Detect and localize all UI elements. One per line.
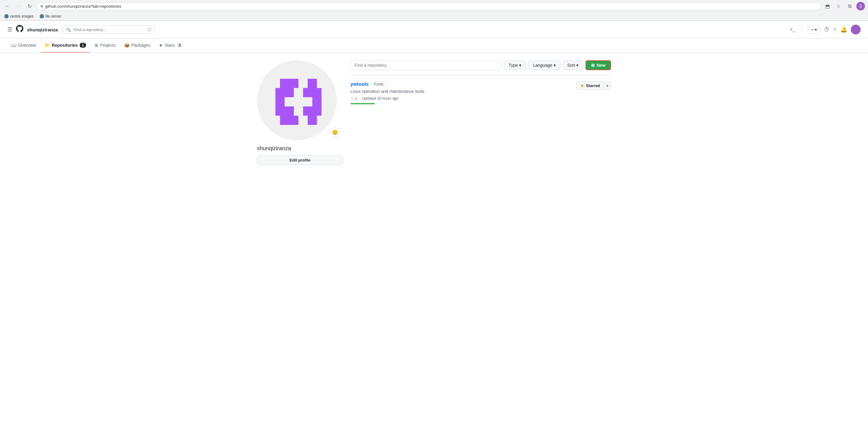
timer-button[interactable]: ⏱	[824, 26, 830, 33]
tab-stars-label: Stars	[165, 43, 175, 48]
star-count: 1	[355, 96, 357, 101]
find-repo-input[interactable]	[350, 60, 502, 70]
bookmark-fileserver-label: file server	[45, 14, 61, 19]
tab-packages[interactable]: 📦 Packages	[121, 38, 154, 53]
edit-profile-button[interactable]: Edit profile	[257, 155, 343, 165]
address-bar[interactable]: ⊕ github.com/shunqiziranza?tab=repositor…	[36, 2, 821, 10]
add-chevron: ▾	[815, 27, 817, 32]
svg-rect-1	[289, 79, 299, 88]
browser-right-icons: ⬒ ☆ ⧉ S	[823, 2, 865, 10]
bookmark-centos-label: centos images	[10, 14, 33, 19]
svg-rect-11	[294, 97, 303, 107]
svg-rect-9	[275, 97, 285, 107]
repo-content: Type ▾ Language ▾ Sort ▾ ⊞ New yw	[350, 60, 611, 165]
starred-caret-button[interactable]: ▾	[604, 82, 611, 90]
language-bar	[350, 103, 375, 104]
bookmark-centos-favicon: 🌐	[4, 14, 9, 19]
sort-filter-button[interactable]: Sort ▾	[563, 61, 583, 70]
repo-visibility-badge: Public	[371, 82, 387, 87]
svg-rect-17	[303, 107, 312, 116]
svg-rect-8	[312, 88, 321, 97]
header-left: ☰ shunqiziranza	[7, 25, 58, 34]
fork-button[interactable]: ⑂	[833, 26, 837, 33]
search-icon: 🔍	[66, 27, 71, 32]
avatar-pixel-art	[263, 66, 331, 134]
svg-rect-15	[285, 107, 294, 116]
svg-rect-4	[275, 88, 285, 97]
projects-icon: ⊞	[95, 43, 98, 48]
repo-item: ywtools Public Linux operation and maint…	[350, 75, 611, 110]
bookmarks-bar: 🌐 centos images 🌐 file server	[0, 12, 868, 21]
new-repo-button[interactable]: ⊞ New	[586, 60, 611, 70]
tab-overview[interactable]: 📖 Overview	[7, 38, 40, 53]
header-right: >_ + ▾ ⏱ ⑂ 🔔	[789, 25, 861, 34]
sort-chevron: ▾	[576, 63, 579, 68]
repo-meta: ☆ 1 Updated 16 hours ago	[350, 96, 576, 101]
repos-badge: 1	[80, 43, 86, 48]
github-logo[interactable]	[16, 25, 23, 34]
user-avatar-header[interactable]	[851, 25, 861, 34]
emoji-picker-button[interactable]: 🙂	[330, 127, 340, 137]
cast-button[interactable]: ⬒	[823, 2, 832, 10]
search-bar[interactable]: 🔍 /	[63, 25, 155, 34]
type-chevron: ▾	[519, 63, 521, 68]
tab-stars[interactable]: ★ Stars 2	[155, 38, 187, 53]
repo-item-left: ywtools Public Linux operation and maint…	[350, 82, 576, 104]
star-icon: ☆	[350, 96, 354, 101]
type-filter-button[interactable]: Type ▾	[504, 61, 526, 70]
main-content: 🙂 shunqiziranza Edit profile Type ▾ Lang…	[250, 53, 618, 172]
hamburger-button[interactable]: ☰	[7, 26, 12, 33]
svg-rect-0	[280, 79, 289, 88]
tab-repositories-label: Repositories	[52, 43, 78, 48]
add-menu-button[interactable]: + ▾	[808, 26, 820, 34]
svg-rect-2	[299, 79, 308, 88]
sort-label: Sort	[567, 63, 576, 68]
language-filter-button[interactable]: Language ▾	[528, 61, 560, 70]
profile-name: shunqiziranza	[257, 145, 343, 152]
lock-icon: ⊕	[40, 4, 43, 8]
reload-button[interactable]: ↻	[25, 2, 34, 10]
overview-icon: 📖	[11, 43, 16, 48]
avatar-circle	[257, 60, 337, 140]
svg-rect-16	[294, 107, 303, 116]
svg-rect-22	[308, 116, 317, 125]
svg-rect-18	[312, 107, 321, 116]
bookmark-fileserver-favicon: 🌐	[40, 14, 44, 19]
bell-button[interactable]: 🔔	[840, 26, 847, 33]
tab-repositories[interactable]: 📁 Repositories 1	[41, 38, 90, 53]
svg-rect-13	[312, 97, 321, 107]
svg-rect-12	[303, 97, 312, 107]
repo-name-link[interactable]: ywtools	[350, 82, 369, 87]
svg-rect-7	[303, 88, 312, 97]
header-username: shunqiziranza	[27, 27, 58, 32]
bookmark-fileserver[interactable]: 🌐 file server	[38, 13, 62, 19]
svg-rect-5	[285, 88, 294, 97]
language-label: Language	[533, 63, 552, 68]
tab-projects[interactable]: ⊞ Projects	[91, 38, 120, 53]
new-repo-icon: ⊞	[591, 63, 595, 68]
search-kbd: /	[147, 27, 152, 32]
repo-toolbar: Type ▾ Language ▾ Sort ▾ ⊞ New	[350, 60, 611, 70]
repos-icon: 📁	[44, 43, 50, 48]
bookmark-centos[interactable]: 🌐 centos images	[3, 13, 35, 19]
tab-projects-label: Projects	[100, 43, 116, 48]
packages-icon: 📦	[124, 43, 129, 48]
bookmark-star-button[interactable]: ☆	[834, 2, 843, 10]
header-divider	[801, 26, 802, 33]
forward-button[interactable]: →	[14, 2, 23, 10]
svg-rect-21	[299, 116, 308, 125]
back-button[interactable]: ←	[3, 2, 12, 10]
extensions-button[interactable]: ⧉	[845, 2, 854, 10]
svg-rect-20	[289, 116, 299, 125]
stars-icon: ★	[159, 43, 163, 48]
type-label: Type	[509, 63, 518, 68]
search-input[interactable]	[73, 27, 145, 32]
tab-packages-label: Packages	[131, 43, 150, 48]
svg-rect-3	[308, 79, 317, 88]
profile-sidebar: 🙂 shunqiziranza Edit profile	[257, 60, 343, 165]
tab-overview-label: Overview	[18, 43, 36, 48]
language-chevron: ▾	[554, 63, 556, 68]
starred-button[interactable]: ★ Starred	[576, 82, 604, 90]
browser-profile-avatar[interactable]: S	[856, 2, 865, 10]
repo-description: Linux operation and maintenance tools	[350, 89, 576, 94]
